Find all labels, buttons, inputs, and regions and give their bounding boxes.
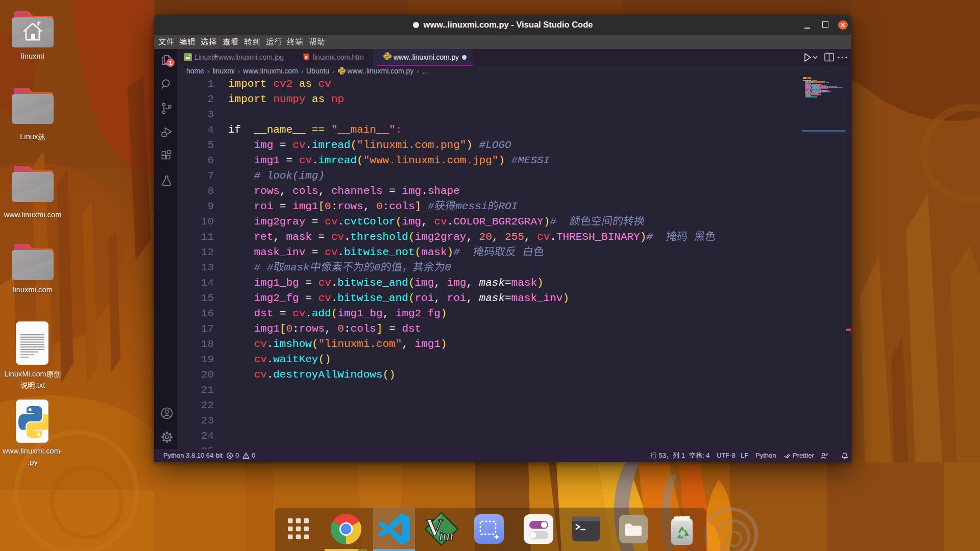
svg-text:im: im	[439, 528, 454, 543]
svg-text:5: 5	[305, 55, 308, 60]
